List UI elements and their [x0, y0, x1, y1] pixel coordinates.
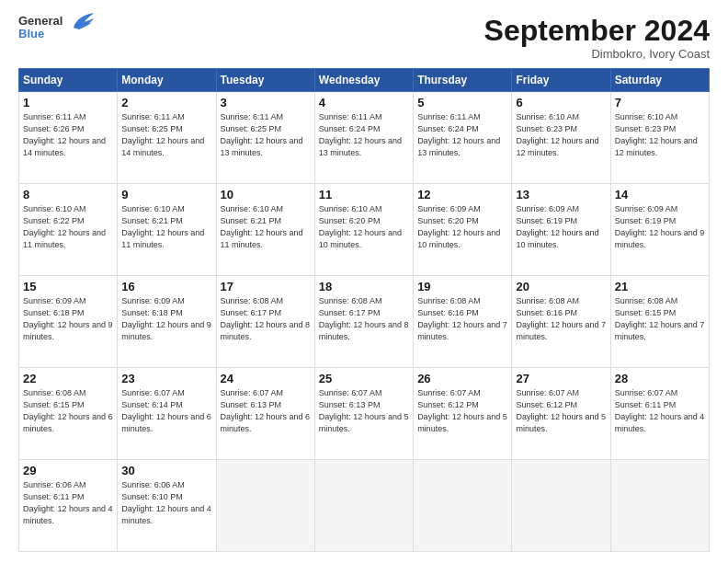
table-row: 13 Sunrise: 6:09 AMSunset: 6:19 PMDaylig… — [512, 184, 610, 276]
table-row: 3 Sunrise: 6:11 AMSunset: 6:25 PMDayligh… — [216, 92, 314, 184]
empty-cell — [314, 460, 413, 552]
table-row: 6 Sunrise: 6:10 AMSunset: 6:23 PMDayligh… — [512, 92, 610, 184]
table-row: 10 Sunrise: 6:10 AMSunset: 6:21 PMDaylig… — [216, 184, 314, 276]
table-row: 23 Sunrise: 6:07 AMSunset: 6:14 PMDaylig… — [118, 368, 216, 460]
table-row: 22 Sunrise: 6:08 AMSunset: 6:15 PMDaylig… — [19, 368, 710, 460]
table-row: 18 Sunrise: 6:08 AMSunset: 6:17 PMDaylig… — [314, 276, 413, 368]
calendar-table: Sunday Monday Tuesday Wednesday Thursday… — [18, 68, 710, 552]
table-row: 8 Sunrise: 6:10 AMSunset: 6:22 PMDayligh… — [19, 184, 710, 276]
header: General Blue September 2024 Dimbokro, Iv… — [18, 15, 710, 61]
table-row: 14 Sunrise: 6:09 AMSunset: 6:19 PMDaylig… — [610, 184, 709, 276]
table-row: 21 Sunrise: 6:08 AMSunset: 6:15 PMDaylig… — [610, 276, 709, 368]
table-row: 24 Sunrise: 6:07 AMSunset: 6:13 PMDaylig… — [216, 368, 314, 460]
table-row: 8 Sunrise: 6:10 AMSunset: 6:22 PMDayligh… — [19, 184, 118, 276]
table-row: 19 Sunrise: 6:08 AMSunset: 6:16 PMDaylig… — [414, 276, 512, 368]
empty-cell — [216, 460, 314, 552]
table-row: 15 Sunrise: 6:09 AMSunset: 6:18 PMDaylig… — [19, 276, 118, 368]
table-row: 7 Sunrise: 6:10 AMSunset: 6:23 PMDayligh… — [610, 92, 709, 184]
header-thursday: Thursday — [414, 69, 512, 92]
location: Dimbokro, Ivory Coast — [484, 47, 710, 61]
table-row: 29 Sunrise: 6:06 AMSunset: 6:11 PMDaylig… — [19, 460, 118, 552]
table-row: 16 Sunrise: 6:09 AMSunset: 6:18 PMDaylig… — [118, 276, 216, 368]
table-row: 1 Sunrise: 6:11 AMSunset: 6:26 PMDayligh… — [19, 92, 118, 184]
table-row: 26 Sunrise: 6:07 AMSunset: 6:12 PMDaylig… — [414, 368, 512, 460]
table-row: 30 Sunrise: 6:06 AMSunset: 6:10 PMDaylig… — [118, 460, 216, 552]
logo-general: General — [18, 15, 63, 28]
table-row: 4 Sunrise: 6:11 AMSunset: 6:24 PMDayligh… — [314, 92, 413, 184]
header-friday: Friday — [512, 69, 610, 92]
empty-cell — [610, 460, 709, 552]
table-row: 28 Sunrise: 6:07 AMSunset: 6:11 PMDaylig… — [610, 368, 709, 460]
page: General Blue September 2024 Dimbokro, Iv… — [0, 0, 728, 563]
empty-cell — [512, 460, 610, 552]
header-monday: Monday — [118, 69, 216, 92]
header-tuesday: Tuesday — [216, 69, 314, 92]
logo-blue: Blue — [18, 28, 63, 40]
calendar-header-row: Sunday Monday Tuesday Wednesday Thursday… — [19, 69, 710, 92]
table-row: 27 Sunrise: 6:07 AMSunset: 6:12 PMDaylig… — [512, 368, 610, 460]
table-row: 29 Sunrise: 6:06 AMSunset: 6:11 PMDaylig… — [19, 460, 710, 552]
table-row: 2 Sunrise: 6:11 AMSunset: 6:25 PMDayligh… — [118, 92, 216, 184]
table-row: 1 Sunrise: 6:11 AMSunset: 6:26 PMDayligh… — [19, 92, 710, 184]
logo-bird-icon — [66, 11, 96, 37]
table-row: 5 Sunrise: 6:11 AMSunset: 6:24 PMDayligh… — [414, 92, 512, 184]
month-title: September 2024 — [484, 15, 710, 47]
table-row: 15 Sunrise: 6:09 AMSunset: 6:18 PMDaylig… — [19, 276, 710, 368]
table-row: 12 Sunrise: 6:09 AMSunset: 6:20 PMDaylig… — [414, 184, 512, 276]
title-block: September 2024 Dimbokro, Ivory Coast — [484, 15, 710, 61]
table-row: 9 Sunrise: 6:10 AMSunset: 6:21 PMDayligh… — [118, 184, 216, 276]
table-row: 25 Sunrise: 6:07 AMSunset: 6:13 PMDaylig… — [314, 368, 413, 460]
header-sunday: Sunday — [19, 69, 118, 92]
table-row: 20 Sunrise: 6:08 AMSunset: 6:16 PMDaylig… — [512, 276, 610, 368]
table-row: 17 Sunrise: 6:08 AMSunset: 6:17 PMDaylig… — [216, 276, 314, 368]
header-wednesday: Wednesday — [314, 69, 413, 92]
table-row: 11 Sunrise: 6:10 AMSunset: 6:20 PMDaylig… — [314, 184, 413, 276]
table-row: 22 Sunrise: 6:08 AMSunset: 6:15 PMDaylig… — [19, 368, 118, 460]
logo: General Blue — [18, 15, 96, 41]
header-saturday: Saturday — [610, 69, 709, 92]
empty-cell — [414, 460, 512, 552]
